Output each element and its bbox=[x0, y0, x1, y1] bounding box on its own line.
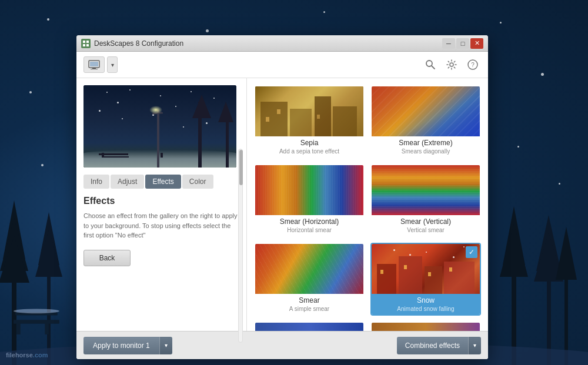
svg-line-33 bbox=[432, 66, 435, 69]
preview-image bbox=[83, 85, 236, 168]
tab-group: Info Adjust Effects Color bbox=[83, 175, 239, 189]
tab-color[interactable]: Color bbox=[182, 175, 213, 189]
bottom-bar: Apply to monitor 1 ▾ Combined effects ▾ bbox=[76, 331, 488, 359]
monitor-button[interactable] bbox=[83, 56, 105, 73]
apply-button-group: Apply to monitor 1 ▾ bbox=[83, 337, 172, 354]
toolbar: ▾ ? bbox=[76, 52, 488, 78]
effect-sepia-label: Sepia Add a sepia tone effect bbox=[255, 136, 363, 157]
svg-marker-14 bbox=[556, 227, 577, 280]
svg-rect-27 bbox=[86, 44, 89, 46]
selected-checkmark: ✓ bbox=[466, 246, 477, 258]
search-button[interactable] bbox=[422, 56, 439, 73]
combined-effects-button[interactable]: Combined effects bbox=[397, 337, 468, 354]
toolbar-right: ? bbox=[422, 56, 481, 73]
effect-smear-name: Smear bbox=[260, 296, 359, 304]
apply-button[interactable]: Apply to monitor 1 bbox=[83, 337, 159, 354]
title-bar: DeskScapes 8 Configuration ─ □ ✕ bbox=[76, 35, 488, 52]
svg-rect-21 bbox=[16, 323, 21, 334]
effect-sepia-thumbnail bbox=[255, 86, 363, 136]
effect-smear-extreme[interactable]: Smear (Extreme) Smears diagonally bbox=[370, 85, 481, 158]
back-button[interactable]: Back bbox=[83, 250, 131, 266]
effect-smear-extreme-name: Smear (Extreme) bbox=[376, 139, 475, 147]
apply-dropdown-button[interactable]: ▾ bbox=[159, 337, 172, 354]
svg-text:?: ? bbox=[471, 62, 475, 68]
minimize-button[interactable]: ─ bbox=[442, 38, 455, 49]
effect-smear[interactable]: Smear A simple smear bbox=[254, 243, 365, 316]
effect-smear-horizontal-thumbnail bbox=[255, 165, 363, 215]
svg-rect-31 bbox=[90, 62, 98, 66]
effect-smear-vertical-desc: Vertical smear bbox=[376, 227, 475, 233]
effects-gallery[interactable]: Sepia Add a sepia tone effect Smear (Ext… bbox=[247, 78, 488, 331]
effect-smear-desc: A simple smear bbox=[260, 306, 359, 312]
effect-smear-thumbnail bbox=[255, 244, 363, 294]
app-icon bbox=[81, 39, 91, 48]
svg-rect-25 bbox=[86, 41, 89, 43]
effect-smear-vertical-label: Smear (Vertical) Vertical smear bbox=[372, 215, 480, 236]
svg-rect-24 bbox=[83, 41, 85, 43]
left-panel: Info Adjust Effects Color Effects Choose… bbox=[76, 78, 247, 331]
svg-rect-22 bbox=[45, 323, 49, 334]
effect-smear-vertical-name: Smear (Vertical) bbox=[376, 217, 475, 226]
effect-smear-vertical[interactable]: Smear (Vertical) Vertical smear bbox=[370, 164, 481, 237]
effect-smear-label: Smear A simple smear bbox=[255, 294, 363, 314]
monitor-dropdown-button[interactable]: ▾ bbox=[107, 56, 118, 73]
window-controls: ─ □ ✕ bbox=[442, 38, 483, 49]
svg-point-34 bbox=[450, 63, 453, 66]
effect-smear-extreme-thumbnail bbox=[372, 86, 480, 136]
help-button[interactable]: ? bbox=[465, 56, 481, 73]
combined-button-group: Combined effects ▾ bbox=[397, 337, 481, 354]
effect-snow-desc: Animated snow falling bbox=[376, 306, 475, 312]
left-scrollbar-thumb[interactable] bbox=[239, 150, 243, 185]
effect-smear-horizontal-label: Smear (Horizontal) Horizontal smear bbox=[255, 215, 363, 236]
effect-snow-label: Snow Animated snow falling bbox=[372, 294, 480, 314]
svg-rect-26 bbox=[83, 44, 85, 46]
svg-rect-30 bbox=[91, 69, 98, 69]
effect-smear-extreme-desc: Smears diagonally bbox=[376, 148, 475, 155]
watermark: filehorse.com bbox=[6, 350, 48, 359]
svg-marker-6 bbox=[35, 230, 62, 277]
effect-smear-horizontal-name: Smear (Horizontal) bbox=[260, 217, 359, 226]
effect-smear-vertical-thumbnail bbox=[372, 165, 480, 215]
effect-sepia-name: Sepia bbox=[260, 139, 359, 147]
effect-smear-horizontal-desc: Horizontal smear bbox=[260, 227, 359, 233]
section-description: Choose an effect from the gallery on the… bbox=[83, 211, 239, 240]
tab-adjust[interactable]: Adjust bbox=[111, 175, 144, 189]
svg-marker-9 bbox=[500, 224, 528, 277]
svg-point-23 bbox=[14, 309, 59, 313]
tab-effects[interactable]: Effects bbox=[145, 175, 181, 189]
effect-partial-1[interactable] bbox=[254, 322, 365, 331]
effect-snow-name: Snow bbox=[376, 296, 475, 304]
settings-button[interactable] bbox=[443, 56, 460, 73]
window-title: DeskScapes 8 Configuration bbox=[94, 39, 442, 48]
app-window: DeskScapes 8 Configuration ─ □ ✕ bbox=[76, 35, 488, 359]
effect-partial-2[interactable] bbox=[370, 322, 481, 331]
effects-grid-bottom bbox=[254, 322, 481, 331]
maximize-button[interactable]: □ bbox=[456, 38, 469, 49]
effect-sepia-desc: Add a sepia tone effect bbox=[260, 148, 359, 155]
effect-smear-extreme-label: Smear (Extreme) Smears diagonally bbox=[372, 136, 480, 157]
effect-sepia[interactable]: Sepia Add a sepia tone effect bbox=[254, 85, 365, 158]
effects-grid: Sepia Add a sepia tone effect Smear (Ext… bbox=[254, 85, 481, 316]
foreground-bench bbox=[6, 289, 82, 347]
effect-snow-thumbnail bbox=[372, 244, 480, 294]
tab-info[interactable]: Info bbox=[83, 175, 109, 189]
effect-smear-horizontal[interactable]: Smear (Horizontal) Horizontal smear bbox=[254, 164, 365, 237]
effect-snow[interactable]: ✓ bbox=[370, 243, 481, 316]
combined-dropdown-button[interactable]: ▾ bbox=[468, 337, 481, 354]
window-content: ▾ ? bbox=[76, 52, 488, 359]
svg-rect-29 bbox=[92, 68, 96, 69]
section-title: Effects bbox=[83, 196, 239, 206]
toolbar-left: ▾ bbox=[83, 56, 118, 73]
left-scrollbar[interactable] bbox=[238, 149, 243, 343]
main-area: Info Adjust Effects Color Effects Choose… bbox=[76, 78, 488, 331]
close-button[interactable]: ✕ bbox=[470, 38, 483, 49]
